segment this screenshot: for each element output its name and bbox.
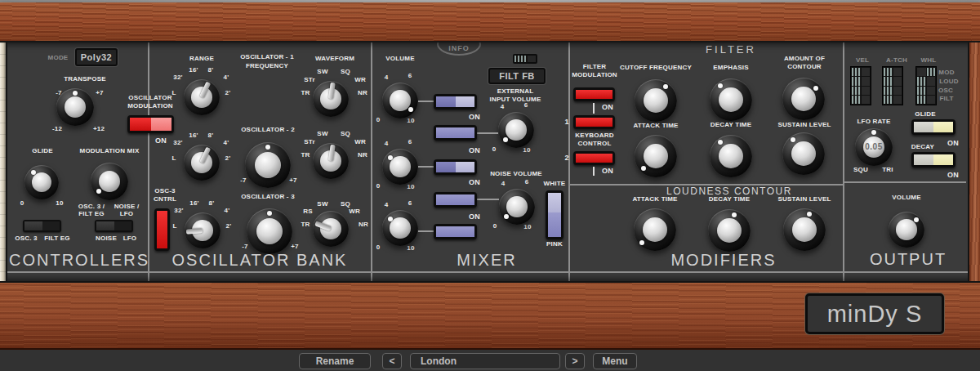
osc3-filteg-toggle[interactable]: [23, 220, 61, 232]
rename-button[interactable]: Rename: [299, 353, 371, 369]
tick-label: 16': [189, 199, 198, 207]
tick-label: 16': [189, 132, 198, 139]
osc3-frequency-knob[interactable]: [247, 208, 292, 254]
kb-control-1-label: 1: [564, 118, 568, 126]
osc3-control-switch[interactable]: [154, 208, 170, 251]
noise-volume-knob[interactable]: [499, 189, 535, 225]
filter-decay-knob[interactable]: [710, 135, 752, 177]
connector-line: [418, 101, 434, 102]
knob-indicator: [791, 137, 795, 142]
knob-indicator: [267, 211, 272, 216]
osc2-volume-knob[interactable]: [382, 149, 418, 185]
tick-label: NR: [359, 221, 368, 228]
knob-indicator: [813, 86, 818, 91]
osc3-range-knob[interactable]: [185, 212, 220, 248]
aftertouch-routing-matrix[interactable]: [883, 67, 902, 105]
tick-label: TR: [301, 151, 310, 159]
section-title-output: OUTPUT: [870, 250, 947, 269]
on-label: ON: [469, 178, 480, 186]
filter-feedback-switch[interactable]: [513, 54, 537, 64]
mod-mix-label: MODULATION MIX: [80, 147, 140, 154]
osc1-waveform-knob[interactable]: [313, 81, 349, 117]
filter-attack-knob[interactable]: [635, 135, 677, 177]
knob-indicator: [718, 83, 723, 88]
connector-line: [418, 166, 434, 168]
preset-name-field[interactable]: London: [410, 353, 560, 369]
tick-label: 6: [524, 101, 528, 109]
osc-mod-label: MODULATION: [127, 102, 173, 110]
modulation-mix-knob[interactable]: [91, 163, 128, 200]
tick-label: TR: [301, 221, 310, 228]
tick-label: 10: [523, 223, 531, 230]
osc2-frequency-knob[interactable]: [245, 142, 291, 188]
lfo-rate-knob[interactable]: 0.05: [855, 128, 893, 166]
noise-lfo-toggle[interactable]: [95, 220, 133, 232]
emphasis-label: EMPHASIS: [713, 64, 748, 71]
transpose-knob[interactable]: [56, 88, 94, 126]
tick-label: NR: [358, 151, 368, 159]
osc2-mixer-switch[interactable]: [434, 159, 477, 175]
wood-panel-right: [968, 42, 980, 281]
loudness-attack-knob[interactable]: [634, 208, 676, 251]
decay-switch[interactable]: [911, 152, 956, 168]
tick-label: L: [172, 154, 176, 162]
osc2-label: OSCILLATOR - 2: [241, 126, 295, 133]
osc2-waveform-knob[interactable]: [313, 143, 349, 179]
osc1-label: OSCILLATOR - 1: [240, 53, 294, 60]
next-preset-button[interactable]: >: [565, 353, 585, 369]
osc3-mixer-switch[interactable]: [434, 224, 477, 239]
connector-line: [477, 132, 498, 134]
tick-label: +7: [291, 243, 299, 250]
wheel-routing-matrix[interactable]: [916, 67, 936, 105]
oscillator-modulation-switch[interactable]: [127, 115, 174, 133]
glide-switch-label: GLIDE: [915, 110, 935, 118]
osc1-mixer-switch[interactable]: [434, 94, 477, 110]
vel-routing-matrix[interactable]: [851, 67, 871, 105]
keyboard-control-2-switch[interactable]: [573, 151, 615, 165]
noise-switch[interactable]: [434, 192, 477, 208]
keyboard-control-1-switch[interactable]: [573, 115, 615, 129]
tick-label: 6: [408, 199, 412, 207]
matrix-row-label: LOUD: [939, 78, 958, 85]
synth-panel: MODE Poly32 TRANSPOSE -7 +7 -12 +12 OSCI…: [0, 0, 980, 371]
matrix-row-label: OSC: [938, 87, 953, 94]
external-input-switch[interactable]: [434, 125, 477, 141]
osc3-volume-knob[interactable]: [382, 210, 418, 246]
osc1-volume-knob[interactable]: [382, 83, 418, 118]
previous-preset-button[interactable]: <: [382, 353, 402, 369]
cutoff-frequency-knob[interactable]: [635, 79, 677, 122]
toggle-label: NOISE: [96, 235, 117, 242]
toggle-label: OSC. 3: [15, 235, 37, 242]
amount-of-contour-knob[interactable]: [782, 78, 825, 120]
case-left-edge: [0, 42, 7, 281]
matrix-row-label: FILT: [939, 95, 953, 102]
menu-button[interactable]: Menu: [593, 353, 637, 369]
loudness-decay-knob[interactable]: [708, 209, 751, 252]
osc3-waveform-knob[interactable]: [313, 211, 349, 247]
tick-label: SQ: [341, 130, 350, 137]
knob-indicator: [718, 140, 723, 145]
on-label: ON: [469, 113, 480, 121]
osc3-cntrl-label: CNTRL: [154, 195, 176, 203]
tick-label: 32': [173, 139, 182, 146]
lfo-rate-value: 0.05: [863, 136, 885, 159]
ext-input-label: INPUT VOLUME: [490, 96, 541, 103]
external-input-volume-knob[interactable]: [498, 112, 534, 148]
white-pink-noise-switch[interactable]: [546, 190, 564, 239]
emphasis-knob[interactable]: [710, 78, 752, 121]
osc1-range-knob[interactable]: [184, 79, 220, 115]
glide-switch[interactable]: [911, 119, 956, 135]
glide-knob[interactable]: [24, 165, 59, 199]
osc2-range-knob[interactable]: [184, 145, 220, 181]
mode-selector[interactable]: Poly32: [75, 48, 118, 66]
filter-feedback-display[interactable]: FILT FB: [488, 68, 546, 84]
output-volume-knob[interactable]: [889, 212, 924, 248]
loudness-sustain-knob[interactable]: [783, 208, 826, 251]
lfo-rate-label: LFO RATE: [857, 118, 890, 125]
tick-label: WR: [349, 208, 360, 215]
tick-label: 10: [407, 183, 414, 190]
tick-label: 0: [20, 199, 24, 207]
logo-text: minDy S: [827, 301, 923, 328]
filter-sustain-knob[interactable]: [782, 132, 825, 175]
filter-modulation-switch[interactable]: [573, 87, 615, 101]
